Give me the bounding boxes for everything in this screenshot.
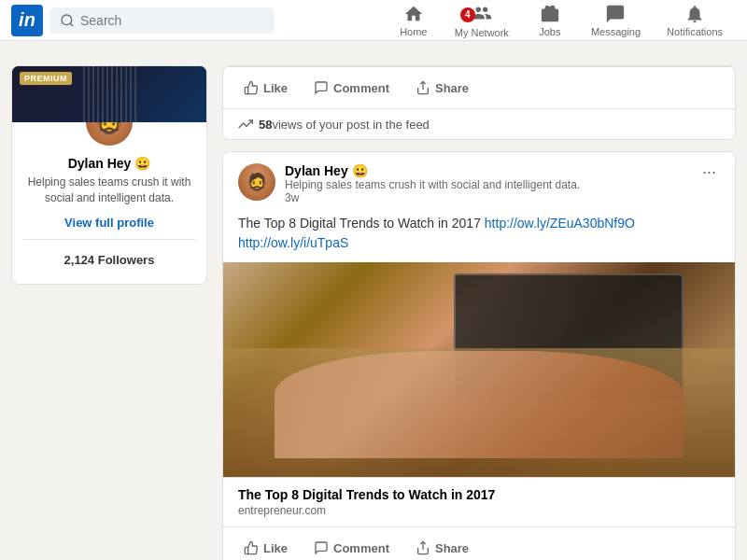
- share-button-1[interactable]: Share: [410, 77, 474, 99]
- like-button-2[interactable]: Like: [238, 537, 293, 559]
- post-actions-bar-1: Like Comment Share: [223, 66, 735, 108]
- link-preview-title-2: The Top 8 Digital Trends to Watch in 201…: [238, 487, 720, 502]
- nav-item-notifications[interactable]: Notifications: [654, 0, 736, 41]
- nav-item-home[interactable]: Home: [386, 0, 442, 41]
- post-card-2: 🧔 Dylan Hey 😀 Helping sales teams crush …: [222, 151, 736, 560]
- profile-card: PREMIUM 🧔 Dylan Hey 😀 Helping sales team…: [11, 65, 207, 285]
- post-link1-2[interactable]: http://ow.ly/ZEuA30bNf9O: [485, 216, 635, 231]
- post-text-prefix-2: The Top 8 Digital Trends to Watch in 201…: [238, 216, 485, 231]
- banner-decoration: [83, 66, 136, 122]
- post-link2-2[interactable]: http://ow.ly/i/uTpaS: [238, 235, 348, 250]
- post-header-2: 🧔 Dylan Hey 😀 Helping sales teams crush …: [223, 152, 735, 204]
- nav-items: Home 4 My Network Jobs Messaging: [386, 0, 736, 41]
- link-preview-source-2: entrepreneur.com: [238, 504, 720, 517]
- stats-icon-1: [238, 117, 253, 132]
- view-profile-link[interactable]: View full profile: [23, 216, 195, 230]
- messaging-icon: [605, 4, 626, 24]
- page-layout: PREMIUM 🧔 Dylan Hey 😀 Helping sales team…: [0, 50, 747, 560]
- like-icon-1: [244, 80, 259, 95]
- svg-point-0: [62, 15, 72, 25]
- nav-item-jobs[interactable]: Jobs: [522, 0, 578, 41]
- post-avatar-2: 🧔: [238, 163, 275, 201]
- profile-tagline: Helping sales teams crush it with social…: [23, 175, 195, 206]
- search-box[interactable]: [50, 7, 275, 34]
- profile-divider: [23, 239, 195, 240]
- search-input[interactable]: [80, 13, 265, 28]
- followers-number: 2,124: [64, 253, 95, 267]
- like-label-2: Like: [263, 541, 288, 555]
- mynetwork-label: My Network: [455, 27, 509, 38]
- profile-name: Dylan Hey 😀: [23, 156, 195, 171]
- post-body-2: The Top 8 Digital Trends to Watch in 201…: [223, 204, 735, 262]
- post-author-details-2: Dylan Hey 😀 Helping sales teams crush it…: [285, 163, 580, 204]
- nav-item-messaging[interactable]: Messaging: [578, 0, 654, 41]
- post-stats-1: 58 views of your post in the feed: [223, 108, 735, 139]
- logo-text: in: [19, 9, 35, 31]
- like-label-1: Like: [263, 81, 288, 95]
- feed: Like Comment Share: [222, 65, 736, 560]
- sidebar: PREMIUM 🧔 Dylan Hey 😀 Helping sales team…: [11, 65, 207, 560]
- comment-label-1: Comment: [333, 81, 389, 95]
- share-icon-2: [416, 540, 430, 555]
- share-icon-1: [416, 80, 430, 95]
- post-image-2: [223, 262, 735, 477]
- like-button-1[interactable]: Like: [238, 77, 293, 99]
- home-icon: [403, 4, 424, 24]
- post-author-tagline-2: Helping sales teams crush it with social…: [285, 178, 580, 191]
- search-icon: [60, 13, 75, 28]
- linkedin-logo[interactable]: in: [11, 5, 43, 36]
- post-link-preview-2: The Top 8 Digital Trends to Watch in 201…: [223, 477, 735, 526]
- profile-info: Dylan Hey 😀 Helping sales teams crush it…: [12, 156, 206, 284]
- followers-count: 2,124 Followers: [23, 247, 195, 273]
- jobs-icon: [540, 4, 560, 24]
- like-icon-2: [244, 540, 259, 555]
- profile-banner: PREMIUM: [12, 66, 206, 122]
- navbar: in Home 4 My Network: [0, 0, 747, 41]
- mynetwork-badge: 4: [460, 7, 475, 22]
- followers-label: Followers: [98, 253, 155, 267]
- comment-button-2[interactable]: Comment: [308, 537, 395, 559]
- premium-badge: PREMIUM: [20, 72, 72, 85]
- post-more-button-2[interactable]: ···: [698, 163, 720, 180]
- svg-line-1: [70, 23, 73, 26]
- post-time-2: 3w: [285, 191, 580, 204]
- comment-icon-1: [314, 80, 329, 95]
- notifications-icon: [684, 4, 705, 24]
- post-actions-bar-2: Like Comment Share: [223, 526, 735, 560]
- jobs-label: Jobs: [539, 26, 560, 37]
- messaging-label: Messaging: [591, 26, 641, 37]
- share-label-2: Share: [435, 541, 469, 555]
- post-image-container-2: [223, 262, 735, 477]
- post-card-1: Like Comment Share: [222, 65, 736, 140]
- nav-item-mynetwork[interactable]: 4 My Network: [442, 0, 522, 41]
- post-author-info-2: 🧔 Dylan Hey 😀 Helping sales teams crush …: [238, 163, 580, 204]
- share-button-2[interactable]: Share: [410, 537, 474, 559]
- hands-overlay: [275, 351, 684, 458]
- comment-icon-2: [314, 540, 329, 555]
- home-label: Home: [400, 26, 427, 37]
- notifications-label: Notifications: [667, 26, 723, 37]
- laptop-visual: [223, 262, 735, 477]
- stats-views-1: 58: [259, 118, 272, 132]
- stats-suffix-1: views of your post in the feed: [272, 118, 429, 132]
- comment-button-1[interactable]: Comment: [308, 77, 395, 99]
- post-author-name-2: Dylan Hey 😀: [285, 163, 580, 178]
- share-label-1: Share: [435, 81, 469, 95]
- comment-label-2: Comment: [333, 541, 389, 555]
